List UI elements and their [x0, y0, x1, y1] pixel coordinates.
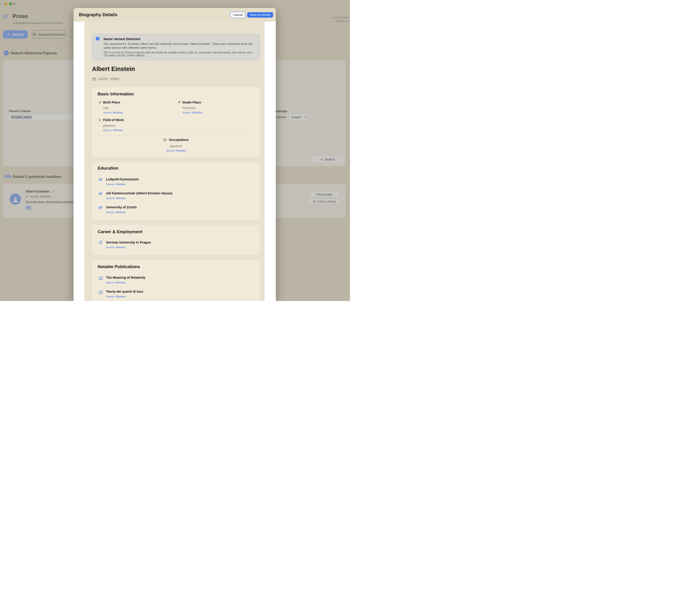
education-title: Education — [98, 166, 118, 171]
birth-place-label: Birth Place — [103, 101, 120, 104]
occupations-value: physicist — [92, 144, 260, 148]
career-title: Career & Employment — [98, 229, 143, 234]
building-icon — [99, 240, 103, 244]
education-item-source-link[interactable]: Source: Wikidata — [106, 211, 126, 214]
career-item-source-link[interactable]: Source: Wikidata — [106, 246, 126, 249]
info-filled-icon: i — [96, 37, 100, 41]
modal-header: Biography Details Cancel Save to Library — [74, 8, 276, 22]
education-item-name: University of Zurich — [106, 205, 137, 209]
navigation-outline-icon — [98, 101, 102, 104]
birth-place-value: Ulm — [103, 106, 109, 110]
modal-title: Biography Details — [79, 12, 117, 17]
field-of-work-source-link[interactable]: Source: Wikidata — [103, 129, 123, 131]
graduation-cap-icon — [99, 205, 103, 210]
education-section: Education Luitpold-Gymnasium Source: Wik… — [92, 162, 260, 220]
name-variant-alert: i Name Variant Detected You searched for… — [92, 34, 260, 60]
person-lifespan-text: (1879 - 1955) — [98, 77, 119, 81]
biography-details-modal: Biography Details Cancel Save to Library… — [74, 8, 276, 301]
death-place-source-link[interactable]: Source: Wikidata — [182, 111, 202, 114]
graduation-cap-icon — [99, 192, 103, 196]
calendar-icon — [92, 77, 96, 81]
occupations-source-link[interactable]: Source: Wikidata — [92, 149, 260, 152]
education-item-name: old Kantonsschule (Albert Einstein House… — [106, 192, 172, 195]
occupations-block: Occupations physicist Source: Wikidata — [92, 138, 260, 152]
publication-item-name: Teoria dei quanti di luce — [106, 290, 143, 293]
publication-item-name: The Meaning of Relativity — [106, 276, 146, 279]
publications-title: Notable Publications — [98, 264, 140, 269]
lightbulb-icon — [98, 118, 102, 122]
field-of-work-value: physicist — [103, 124, 115, 127]
publication-item-source-link[interactable]: Source: Wikidata — [106, 281, 126, 284]
graduation-cap-icon — [99, 177, 103, 182]
basic-information-title: Basic Information — [98, 92, 134, 97]
death-place-value: Princeton — [182, 106, 196, 110]
alert-note: This is normal for historical figures wh… — [103, 51, 254, 57]
person-lifespan: (1879 - 1955) — [92, 77, 119, 81]
cancel-button[interactable]: Cancel — [230, 12, 245, 18]
basic-information-section: Basic Information Birth Place Ulm Source… — [92, 87, 260, 157]
open-book-icon — [99, 290, 103, 295]
education-item-source-link[interactable]: Source: Wikidata — [106, 197, 126, 200]
section-divider — [98, 135, 254, 135]
career-item-name: German University in Prague — [106, 241, 151, 244]
education-item-name: Luitpold-Gymnasium — [106, 177, 139, 181]
screen: Proso A Biographical Research Tool for H… — [0, 0, 350, 301]
publications-section: Notable Publications The Meaning of Rela… — [92, 260, 260, 301]
biography-content-panel: i Name Variant Detected You searched for… — [84, 22, 265, 301]
education-item-source-link[interactable]: Source: Wikidata — [106, 183, 126, 185]
occupations-label: Occupations — [169, 138, 189, 142]
field-of-work-label: Field of Work — [103, 118, 124, 122]
career-section: Career & Employment German University in… — [92, 225, 260, 255]
save-to-library-button[interactable]: Save to Library — [247, 12, 273, 18]
alert-title: Name Variant Detected — [103, 37, 140, 41]
birth-place-source-link[interactable]: Source: Wikidata — [103, 111, 123, 114]
person-name-title: Albert Einstein — [92, 66, 135, 73]
alert-body: You searched for 'Einstein, Albert' but … — [103, 42, 254, 50]
publication-item-source-link[interactable]: Source: Wikidata — [106, 295, 126, 298]
briefcase-icon — [163, 138, 167, 142]
open-book-icon — [99, 276, 103, 280]
navigation-filled-icon — [177, 101, 181, 104]
death-place-label: Death Place — [182, 101, 201, 104]
